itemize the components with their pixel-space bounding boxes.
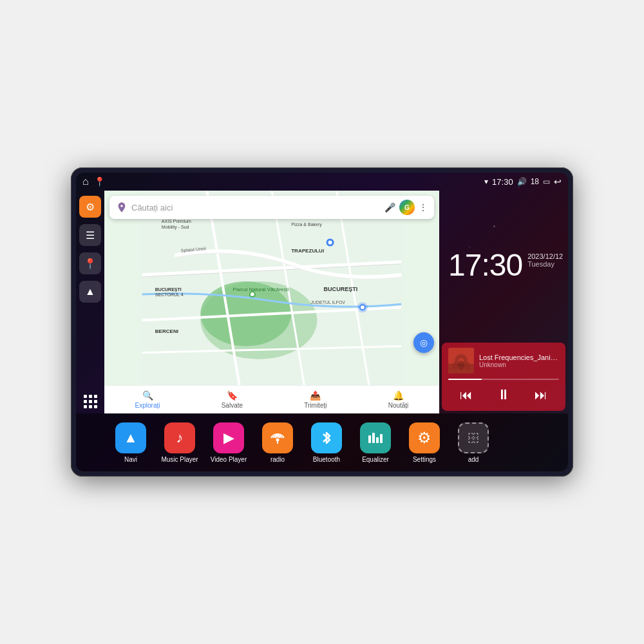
- sidebar-apps-btn[interactable]: [84, 395, 97, 408]
- dot: [89, 400, 92, 403]
- bluetooth-label: Bluetooth: [313, 456, 340, 463]
- music-panel: Lost Frequencies_Janie... Unknown ⏮ ⏸ ⏭: [442, 343, 565, 411]
- map-nav-news[interactable]: 🔔 Noutăți: [388, 390, 409, 409]
- sidebar-map-btn[interactable]: 📍: [79, 252, 101, 274]
- music-player-icon: ♪: [164, 422, 195, 453]
- svg-text:TRAPEZULUI: TRAPEZULUI: [291, 248, 324, 254]
- app-equalizer[interactable]: Equalizer: [353, 422, 398, 463]
- wifi-signal-icon: ▾: [484, 177, 488, 186]
- map-view[interactable]: Splaiul Unirii TRAPEZULUI BUCUREȘTI JUDE…: [104, 191, 439, 385]
- app-video-player[interactable]: ▶ Video Player: [206, 422, 251, 463]
- clock-display: 17:30: [448, 250, 522, 281]
- main-area: ⚙ ☰ 📍 ▲: [76, 191, 568, 413]
- sidebar: ⚙ ☰ 📍 ▲: [76, 191, 104, 413]
- sidebar-nav-btn[interactable]: ▲: [79, 281, 101, 303]
- home-icon[interactable]: ⌂: [82, 176, 89, 187]
- google-maps-icon: [116, 202, 128, 213]
- app-radio[interactable]: radio: [255, 422, 300, 463]
- dot: [94, 405, 97, 408]
- music-progress-bar[interactable]: [448, 379, 559, 380]
- mic-icon[interactable]: 🎤: [384, 202, 395, 213]
- radio-label: radio: [270, 456, 285, 463]
- radio-wave-svg: [269, 429, 287, 447]
- music-artist: Unknown: [479, 361, 559, 368]
- google-account-icon[interactable]: G: [399, 200, 415, 215]
- saved-label: Salvate: [222, 402, 243, 409]
- settings-label: Settings: [413, 456, 436, 463]
- add-grid-svg: [464, 429, 482, 447]
- add-icon-container: [458, 422, 489, 453]
- svg-text:Pizza & Bakery: Pizza & Bakery: [291, 222, 322, 227]
- status-time: 17:30: [492, 177, 513, 187]
- music-info: Lost Frequencies_Janie... Unknown: [448, 348, 559, 374]
- music-text: Lost Frequencies_Janie... Unknown: [479, 354, 559, 368]
- battery-icon: ▭: [543, 177, 550, 186]
- dot: [84, 395, 87, 398]
- svg-text:Parcul Natural Văcărești: Parcul Natural Văcărești: [233, 287, 289, 292]
- app-bluetooth[interactable]: Bluetooth: [304, 422, 349, 463]
- location-fab[interactable]: ◎: [413, 332, 434, 353]
- map-pin-icon: 📍: [84, 258, 97, 270]
- maps-icon[interactable]: 📍: [94, 176, 105, 187]
- dot: [84, 400, 87, 403]
- svg-rect-40: [380, 434, 383, 443]
- album-art-svg: [448, 348, 474, 374]
- status-bar: ⌂ 📍 ▾ 17:30 🔊 18 ▭ ↩: [76, 173, 568, 191]
- svg-text:AXIS Premium: AXIS Premium: [162, 219, 191, 223]
- next-button[interactable]: ⏭: [529, 385, 553, 405]
- settings-icon-container: ⚙: [409, 422, 440, 453]
- music-player-label: Music Player: [161, 456, 198, 463]
- sidebar-settings-btn[interactable]: ⚙: [79, 196, 101, 218]
- date-block: 2023/12/12 Tuesday: [527, 252, 563, 268]
- map-search-bar[interactable]: Căutați aici 🎤 G ⋮: [109, 196, 434, 219]
- sidebar-files-btn[interactable]: ☰: [79, 224, 101, 246]
- clock-row: 17:30 2023/12/12 Tuesday: [448, 250, 559, 281]
- map-nav-share[interactable]: 📤 Trimiteți: [304, 390, 327, 409]
- dot: [89, 395, 92, 398]
- svg-rect-37: [368, 435, 371, 443]
- app-settings[interactable]: ⚙ Settings: [402, 422, 447, 463]
- map-container: Splaiul Unirii TRAPEZULUI BUCUREȘTI JUDE…: [104, 191, 439, 413]
- app-music-player[interactable]: ♪ Music Player: [157, 422, 202, 463]
- map-bottom-nav: 🔍 Explorați 🔖 Salvate 📤 Trimiteți 🔔 Nout…: [104, 385, 439, 413]
- video-player-icon: ▶: [213, 422, 244, 453]
- battery-number: 18: [531, 177, 539, 186]
- music-title: Lost Frequencies_Janie...: [479, 354, 559, 361]
- equalizer-label: Equalizer: [362, 456, 389, 463]
- clock-panel: 17:30 2023/12/12 Tuesday: [439, 191, 568, 340]
- music-controls: ⏮ ⏸ ⏭: [448, 384, 559, 406]
- dot: [94, 395, 97, 398]
- map-nav-explore[interactable]: 🔍 Explorați: [135, 390, 160, 409]
- pause-button[interactable]: ⏸: [491, 384, 516, 406]
- settings-icon: ⚙: [86, 201, 95, 213]
- svg-rect-39: [376, 437, 379, 443]
- map-nav-saved[interactable]: 🔖 Salvate: [222, 390, 243, 409]
- status-right: ▾ 17:30 🔊 18 ▭ ↩: [484, 176, 562, 187]
- dot: [94, 400, 97, 403]
- app-add[interactable]: add: [451, 422, 496, 463]
- navi-icon: ▲: [115, 422, 146, 453]
- svg-text:BUCUREȘTI: BUCUREȘTI: [155, 287, 182, 292]
- radio-icon: [262, 422, 293, 453]
- status-left: ⌂ 📍: [82, 176, 105, 187]
- volume-icon[interactable]: 🔊: [517, 177, 527, 186]
- svg-point-24: [328, 241, 332, 245]
- nav-arrow-icon: ▲: [85, 286, 95, 298]
- equalizer-icon-container: [360, 422, 391, 453]
- screen: ⌂ 📍 ▾ 17:30 🔊 18 ▭ ↩ ⚙ ☰: [76, 173, 568, 471]
- navi-label: Navi: [124, 456, 137, 463]
- right-panel: 17:30 2023/12/12 Tuesday: [439, 191, 568, 413]
- svg-text:BERCENI: BERCENI: [155, 328, 178, 334]
- explore-icon: 🔍: [142, 390, 153, 401]
- svg-point-33: [458, 361, 464, 370]
- share-icon: 📤: [310, 390, 321, 401]
- app-navi[interactable]: ▲ Navi: [108, 422, 153, 463]
- prev-button[interactable]: ⏮: [455, 385, 478, 405]
- settings-dots-icon[interactable]: ⋮: [419, 202, 428, 213]
- map-svg: Splaiul Unirii TRAPEZULUI BUCUREȘTI JUDE…: [104, 191, 439, 385]
- video-player-label: Video Player: [211, 456, 247, 463]
- map-search-text[interactable]: Căutați aici: [131, 203, 381, 213]
- svg-text:SECTORUL 4: SECTORUL 4: [155, 292, 184, 297]
- explore-label: Explorați: [135, 402, 160, 409]
- back-icon[interactable]: ↩: [554, 176, 562, 187]
